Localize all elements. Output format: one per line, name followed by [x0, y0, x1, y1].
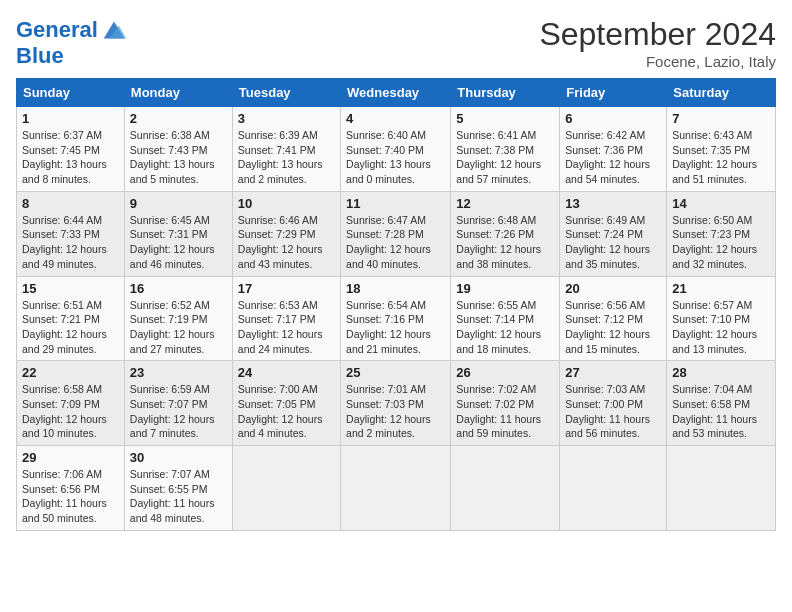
- day-info: Sunrise: 6:58 AMSunset: 7:09 PMDaylight:…: [22, 382, 119, 441]
- day-number: 9: [130, 196, 227, 211]
- day-cell: 11Sunrise: 6:47 AMSunset: 7:28 PMDayligh…: [341, 191, 451, 276]
- day-cell: 16Sunrise: 6:52 AMSunset: 7:19 PMDayligh…: [124, 276, 232, 361]
- day-number: 3: [238, 111, 335, 126]
- day-info: Sunrise: 7:04 AMSunset: 6:58 PMDaylight:…: [672, 382, 770, 441]
- day-number: 14: [672, 196, 770, 211]
- day-number: 30: [130, 450, 227, 465]
- day-cell: 10Sunrise: 6:46 AMSunset: 7:29 PMDayligh…: [232, 191, 340, 276]
- week-row: 8Sunrise: 6:44 AMSunset: 7:33 PMDaylight…: [17, 191, 776, 276]
- day-info: Sunrise: 6:38 AMSunset: 7:43 PMDaylight:…: [130, 128, 227, 187]
- day-header-saturday: Saturday: [667, 79, 776, 107]
- day-cell: [560, 446, 667, 531]
- day-number: 6: [565, 111, 661, 126]
- day-info: Sunrise: 7:01 AMSunset: 7:03 PMDaylight:…: [346, 382, 445, 441]
- day-cell: 18Sunrise: 6:54 AMSunset: 7:16 PMDayligh…: [341, 276, 451, 361]
- day-info: Sunrise: 6:43 AMSunset: 7:35 PMDaylight:…: [672, 128, 770, 187]
- day-number: 2: [130, 111, 227, 126]
- day-info: Sunrise: 6:48 AMSunset: 7:26 PMDaylight:…: [456, 213, 554, 272]
- day-number: 16: [130, 281, 227, 296]
- day-number: 15: [22, 281, 119, 296]
- day-cell: [232, 446, 340, 531]
- day-number: 8: [22, 196, 119, 211]
- week-row: 22Sunrise: 6:58 AMSunset: 7:09 PMDayligh…: [17, 361, 776, 446]
- day-cell: 4Sunrise: 6:40 AMSunset: 7:40 PMDaylight…: [341, 107, 451, 192]
- day-cell: 14Sunrise: 6:50 AMSunset: 7:23 PMDayligh…: [667, 191, 776, 276]
- day-cell: 22Sunrise: 6:58 AMSunset: 7:09 PMDayligh…: [17, 361, 125, 446]
- logo-text: General: [16, 18, 98, 42]
- day-info: Sunrise: 7:02 AMSunset: 7:02 PMDaylight:…: [456, 382, 554, 441]
- day-cell: 23Sunrise: 6:59 AMSunset: 7:07 PMDayligh…: [124, 361, 232, 446]
- day-number: 22: [22, 365, 119, 380]
- day-info: Sunrise: 6:54 AMSunset: 7:16 PMDaylight:…: [346, 298, 445, 357]
- day-cell: 24Sunrise: 7:00 AMSunset: 7:05 PMDayligh…: [232, 361, 340, 446]
- day-info: Sunrise: 7:00 AMSunset: 7:05 PMDaylight:…: [238, 382, 335, 441]
- day-number: 1: [22, 111, 119, 126]
- day-number: 17: [238, 281, 335, 296]
- day-cell: 21Sunrise: 6:57 AMSunset: 7:10 PMDayligh…: [667, 276, 776, 361]
- day-cell: [341, 446, 451, 531]
- day-cell: 7Sunrise: 6:43 AMSunset: 7:35 PMDaylight…: [667, 107, 776, 192]
- day-cell: 28Sunrise: 7:04 AMSunset: 6:58 PMDayligh…: [667, 361, 776, 446]
- week-row: 1Sunrise: 6:37 AMSunset: 7:45 PMDaylight…: [17, 107, 776, 192]
- week-row: 15Sunrise: 6:51 AMSunset: 7:21 PMDayligh…: [17, 276, 776, 361]
- day-info: Sunrise: 7:03 AMSunset: 7:00 PMDaylight:…: [565, 382, 661, 441]
- day-info: Sunrise: 6:57 AMSunset: 7:10 PMDaylight:…: [672, 298, 770, 357]
- day-number: 11: [346, 196, 445, 211]
- day-info: Sunrise: 7:06 AMSunset: 6:56 PMDaylight:…: [22, 467, 119, 526]
- day-cell: 1Sunrise: 6:37 AMSunset: 7:45 PMDaylight…: [17, 107, 125, 192]
- day-cell: 27Sunrise: 7:03 AMSunset: 7:00 PMDayligh…: [560, 361, 667, 446]
- day-cell: 30Sunrise: 7:07 AMSunset: 6:55 PMDayligh…: [124, 446, 232, 531]
- day-cell: 9Sunrise: 6:45 AMSunset: 7:31 PMDaylight…: [124, 191, 232, 276]
- day-number: 18: [346, 281, 445, 296]
- week-row: 29Sunrise: 7:06 AMSunset: 6:56 PMDayligh…: [17, 446, 776, 531]
- day-cell: 20Sunrise: 6:56 AMSunset: 7:12 PMDayligh…: [560, 276, 667, 361]
- day-header-thursday: Thursday: [451, 79, 560, 107]
- day-info: Sunrise: 6:55 AMSunset: 7:14 PMDaylight:…: [456, 298, 554, 357]
- header-row: SundayMondayTuesdayWednesdayThursdayFrid…: [17, 79, 776, 107]
- day-cell: 8Sunrise: 6:44 AMSunset: 7:33 PMDaylight…: [17, 191, 125, 276]
- day-number: 20: [565, 281, 661, 296]
- location-subtitle: Focene, Lazio, Italy: [539, 53, 776, 70]
- day-header-monday: Monday: [124, 79, 232, 107]
- day-number: 23: [130, 365, 227, 380]
- day-cell: [451, 446, 560, 531]
- logo: General Blue: [16, 16, 128, 68]
- day-info: Sunrise: 6:53 AMSunset: 7:17 PMDaylight:…: [238, 298, 335, 357]
- day-cell: 29Sunrise: 7:06 AMSunset: 6:56 PMDayligh…: [17, 446, 125, 531]
- day-cell: 17Sunrise: 6:53 AMSunset: 7:17 PMDayligh…: [232, 276, 340, 361]
- day-number: 4: [346, 111, 445, 126]
- day-cell: 12Sunrise: 6:48 AMSunset: 7:26 PMDayligh…: [451, 191, 560, 276]
- day-header-sunday: Sunday: [17, 79, 125, 107]
- day-cell: 13Sunrise: 6:49 AMSunset: 7:24 PMDayligh…: [560, 191, 667, 276]
- day-info: Sunrise: 6:51 AMSunset: 7:21 PMDaylight:…: [22, 298, 119, 357]
- day-info: Sunrise: 7:07 AMSunset: 6:55 PMDaylight:…: [130, 467, 227, 526]
- day-number: 26: [456, 365, 554, 380]
- day-cell: 15Sunrise: 6:51 AMSunset: 7:21 PMDayligh…: [17, 276, 125, 361]
- day-info: Sunrise: 6:44 AMSunset: 7:33 PMDaylight:…: [22, 213, 119, 272]
- day-info: Sunrise: 6:37 AMSunset: 7:45 PMDaylight:…: [22, 128, 119, 187]
- page-header: General Blue September 2024 Focene, Lazi…: [16, 16, 776, 70]
- day-number: 19: [456, 281, 554, 296]
- day-cell: 6Sunrise: 6:42 AMSunset: 7:36 PMDaylight…: [560, 107, 667, 192]
- day-info: Sunrise: 6:59 AMSunset: 7:07 PMDaylight:…: [130, 382, 227, 441]
- day-info: Sunrise: 6:52 AMSunset: 7:19 PMDaylight:…: [130, 298, 227, 357]
- month-title: September 2024: [539, 16, 776, 53]
- day-cell: 2Sunrise: 6:38 AMSunset: 7:43 PMDaylight…: [124, 107, 232, 192]
- day-number: 10: [238, 196, 335, 211]
- day-number: 21: [672, 281, 770, 296]
- logo-text-blue: Blue: [16, 44, 128, 68]
- logo-icon: [100, 16, 128, 44]
- day-header-friday: Friday: [560, 79, 667, 107]
- day-cell: 26Sunrise: 7:02 AMSunset: 7:02 PMDayligh…: [451, 361, 560, 446]
- day-number: 25: [346, 365, 445, 380]
- calendar-table: SundayMondayTuesdayWednesdayThursdayFrid…: [16, 78, 776, 531]
- day-header-wednesday: Wednesday: [341, 79, 451, 107]
- day-cell: [667, 446, 776, 531]
- day-number: 24: [238, 365, 335, 380]
- title-block: September 2024 Focene, Lazio, Italy: [539, 16, 776, 70]
- day-cell: 19Sunrise: 6:55 AMSunset: 7:14 PMDayligh…: [451, 276, 560, 361]
- day-number: 28: [672, 365, 770, 380]
- day-number: 7: [672, 111, 770, 126]
- day-number: 27: [565, 365, 661, 380]
- day-number: 12: [456, 196, 554, 211]
